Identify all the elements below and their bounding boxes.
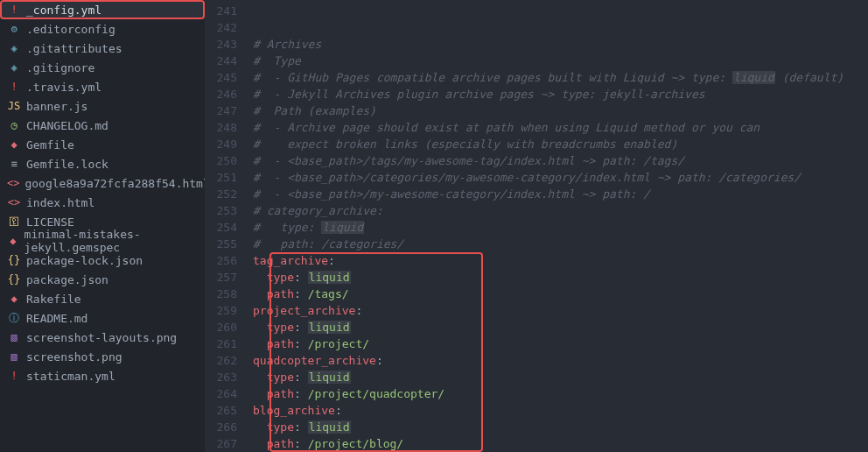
code-line[interactable]: # - Jekyll Archives plugin archive pages… (253, 86, 868, 102)
code-line[interactable]: type: liquid (253, 319, 868, 335)
file-item-staticman-yml[interactable]: !staticman.yml (0, 366, 205, 385)
line-number: 258 (205, 286, 237, 302)
line-number: 249 (205, 136, 237, 152)
file-type-icon: ◆ (7, 293, 21, 305)
file-item--travis-yml[interactable]: !.travis.yml (0, 77, 205, 96)
code-line[interactable]: # Archives (253, 36, 868, 53)
file-item--gitignore[interactable]: ◈.gitignore (0, 58, 205, 77)
file-type-icon: <> (7, 177, 19, 189)
line-number-gutter: 2412422432442452462472482492502512522532… (205, 0, 253, 452)
file-type-icon: ◆ (7, 235, 19, 247)
line-number: 253 (205, 202, 237, 219)
file-type-icon: ◈ (7, 42, 21, 54)
code-line[interactable] (253, 3, 868, 19)
file-item-rakefile[interactable]: ◆Rakefile (0, 289, 205, 308)
file-type-icon: ▧ (7, 331, 21, 343)
file-type-icon: ! (7, 4, 21, 16)
file-type-icon: {} (7, 273, 21, 286)
file-type-icon: <> (7, 196, 21, 208)
line-number: 266 (205, 419, 237, 435)
code-editor[interactable]: 2412422432442452462472482492502512522532… (205, 0, 868, 452)
line-number: 259 (205, 302, 237, 319)
code-line[interactable]: # Type (253, 53, 868, 69)
code-line[interactable]: path: /tags/ (253, 286, 868, 302)
code-line[interactable]: quadcopter_archive: (253, 352, 868, 369)
code-line[interactable]: path: /project/ (253, 335, 868, 352)
file-type-icon: ⚿ (7, 215, 21, 228)
file-label: screenshot-layouts.png (26, 331, 177, 344)
line-number: 250 (205, 152, 237, 169)
file-label: Gemfile (26, 138, 74, 152)
file-label: package-lock.json (26, 254, 143, 267)
file-label: Rakefile (26, 293, 81, 306)
line-number: 267 (205, 435, 237, 452)
file-item-gemfile[interactable]: ◆Gemfile (0, 135, 205, 154)
file-label: Gemfile.lock (26, 158, 108, 171)
file-item-package-json[interactable]: {}package.json (0, 270, 205, 289)
file-item--gitattributes[interactable]: ◈.gitattributes (0, 39, 205, 58)
line-number: 263 (205, 369, 237, 385)
code-line[interactable]: # - <base_path>/my-awesome-category/inde… (253, 186, 868, 202)
code-line[interactable]: type: liquid (253, 419, 868, 435)
file-item-readme-md[interactable]: ⓘREADME.md (0, 308, 205, 328)
code-line[interactable]: # - GitHub Pages compatible archive page… (253, 69, 868, 86)
code-line[interactable]: # - Archive page should exist at path wh… (253, 119, 868, 136)
file-label: minimal-mistakes-jekyll.gemspec (24, 228, 205, 254)
file-item--config-yml[interactable]: !_config.yml (0, 0, 205, 19)
file-label: README.md (26, 312, 88, 325)
line-number: 261 (205, 335, 237, 352)
file-type-icon: ▧ (7, 350, 21, 363)
file-label: .editorconfig (26, 23, 116, 36)
code-line[interactable]: # Path (examples) (253, 102, 868, 119)
line-number: 254 (205, 219, 237, 236)
file-item-index-html[interactable]: <>index.html (0, 193, 205, 212)
file-label: _config.yml (26, 4, 102, 17)
code-line[interactable]: # type: liquid (253, 219, 868, 236)
file-label: LICENSE (26, 215, 74, 229)
file-item-screenshot-layouts-png[interactable]: ▧screenshot-layouts.png (0, 328, 205, 347)
file-item-changelog-md[interactable]: ◷CHANGELOG.md (0, 116, 205, 135)
file-type-icon: ! (7, 370, 21, 382)
file-type-icon: ◆ (7, 138, 21, 151)
line-number: 265 (205, 402, 237, 419)
code-line[interactable]: # - <base_path>/categories/my-awesome-ca… (253, 169, 868, 186)
code-line[interactable]: # path: /categories/ (253, 236, 868, 252)
code-line[interactable]: path: /project/quadcopter/ (253, 385, 868, 402)
code-line[interactable]: tag_archive: (253, 252, 868, 269)
code-line[interactable]: path: /project/blog/ (253, 435, 868, 452)
file-item-minimal-mistakes-jekyll-gemspec[interactable]: ◆minimal-mistakes-jekyll.gemspec (0, 231, 205, 251)
file-type-icon: ⚙ (7, 23, 21, 35)
code-line[interactable]: # expect broken links (especially with b… (253, 136, 868, 152)
code-content[interactable]: # Archives# Type# - GitHub Pages compati… (253, 0, 868, 452)
code-line[interactable]: project_archive: (253, 302, 868, 319)
file-label: banner.js (26, 100, 88, 113)
line-number: 248 (205, 119, 237, 136)
file-type-icon: ! (7, 81, 21, 93)
file-item-google8a9a72fcfa288f54-html[interactable]: <>google8a9a72fcfa288f54.html (0, 173, 205, 193)
code-line[interactable]: blog_archive: (253, 402, 868, 419)
file-type-icon: JS (7, 100, 21, 112)
code-line[interactable]: # - <base_path>/tags/my-awesome-tag/inde… (253, 152, 868, 169)
file-label: .travis.yml (26, 81, 102, 94)
file-type-icon: ≡ (7, 158, 21, 170)
line-number: 260 (205, 319, 237, 335)
file-item-banner-js[interactable]: JSbanner.js (0, 96, 205, 116)
file-item-screenshot-png[interactable]: ▧screenshot.png (0, 347, 205, 366)
file-item-gemfile-lock[interactable]: ≡Gemfile.lock (0, 154, 205, 173)
file-label: .gitignore (26, 61, 94, 74)
line-number: 243 (205, 36, 237, 53)
file-label: CHANGELOG.md (26, 119, 108, 132)
file-label: .gitattributes (26, 42, 122, 55)
code-line[interactable]: # category_archive: (253, 202, 868, 219)
line-number: 245 (205, 69, 237, 86)
file-label: index.html (26, 196, 94, 209)
code-line[interactable]: type: liquid (253, 269, 868, 286)
file-type-icon: {} (7, 254, 21, 266)
line-number: 257 (205, 269, 237, 286)
code-line[interactable]: type: liquid (253, 369, 868, 385)
line-number: 242 (205, 19, 237, 36)
code-line[interactable] (253, 19, 868, 36)
file-label: package.json (26, 273, 108, 286)
file-label: google8a9a72fcfa288f54.html (24, 177, 205, 190)
file-item--editorconfig[interactable]: ⚙.editorconfig (0, 19, 205, 39)
